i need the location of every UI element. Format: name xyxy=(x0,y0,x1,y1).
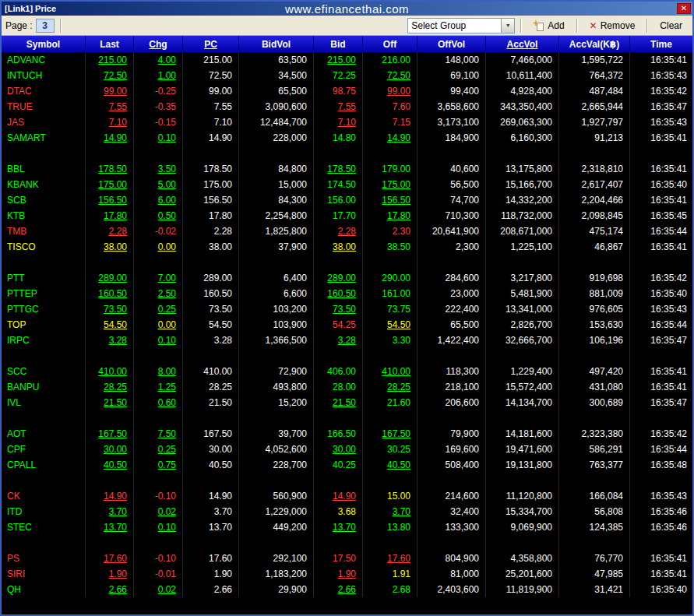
table-row[interactable]: PTTGC73.500.2573.50103,20073.5073.75222,… xyxy=(2,301,692,317)
table-row[interactable]: ITD3.700.023.701,229,0003.683.7032,40015… xyxy=(2,504,692,519)
last-cell: 167.50 xyxy=(86,426,134,442)
last-cell: 289.00 xyxy=(86,270,134,286)
chevron-down-icon[interactable]: ▼ xyxy=(501,19,514,33)
table-row[interactable]: ADVANC215.004.00215.0063,500215.00216.00… xyxy=(2,52,692,68)
bidvol-cell: 34,500 xyxy=(239,68,314,83)
pc-cell: 28.25 xyxy=(183,379,239,395)
remove-button[interactable]: ✕ Remove xyxy=(583,18,642,33)
table-row[interactable]: CPF30.000.2530.004,052,60030.0030.25169,… xyxy=(2,442,692,457)
chg-cell: 0.25 xyxy=(134,442,183,457)
group-select[interactable]: Select Group ▼ xyxy=(407,18,515,33)
chg-cell: -0.10 xyxy=(134,488,183,504)
empty-cell xyxy=(239,146,314,161)
offvol-cell: 804,900 xyxy=(417,551,486,566)
table-row[interactable]: CK14.90-0.1014.90560,90014.9015.00214,60… xyxy=(2,488,692,504)
symbol-cell: PTTGC xyxy=(2,301,86,317)
bid-cell: 54.25 xyxy=(314,317,363,333)
table-row[interactable]: PTTEP160.502.50160.506,600160.50161.0023… xyxy=(2,286,692,301)
accvol-cell: 15,572,400 xyxy=(486,379,559,395)
chg-cell: 8.00 xyxy=(134,364,183,379)
column-header-offvol[interactable]: OffVol xyxy=(417,36,486,52)
last-cell: 30.00 xyxy=(86,442,134,457)
pc-cell: 178.50 xyxy=(183,161,239,177)
symbol-cell: PS xyxy=(2,551,86,566)
offvol-cell: 206,600 xyxy=(417,395,486,410)
table-row[interactable]: TMB2.28-0.022.281,825,8002.282.3020,641,… xyxy=(2,224,692,239)
time-cell: 16:35:43 xyxy=(630,301,692,317)
time-cell: 16:35:45 xyxy=(630,208,692,224)
table-row[interactable]: TRUE7.55-0.357.553,090,6007.557.603,658,… xyxy=(2,99,692,114)
table-row[interactable]: INTUCH72.501.0072.5034,50072.2572.5069,1… xyxy=(2,68,692,83)
offvol-cell: 23,000 xyxy=(417,286,486,301)
table-row[interactable]: IVL21.500.6021.5015,20021.5021.60206,600… xyxy=(2,395,692,410)
column-header-accvalk[interactable]: AccVal(K฿) xyxy=(559,36,630,52)
add-button[interactable]: + Add xyxy=(527,18,570,33)
empty-cell xyxy=(2,348,86,364)
bidvol-cell: 15,000 xyxy=(239,177,314,192)
pc-cell: 38.00 xyxy=(183,239,239,255)
table-row[interactable]: SIRI1.90-0.011.901,183,2001.901.9181,000… xyxy=(2,566,692,582)
table-row[interactable]: KTB17.800.5017.802,254,80017.7017.80710,… xyxy=(2,208,692,224)
table-row[interactable]: TISCO38.000.0038.0037,90038.0038.502,300… xyxy=(2,239,692,255)
title-bar[interactable]: [Link1] Price www.efinancethai.com ✕ xyxy=(2,2,692,16)
symbol-cell: SIRI xyxy=(2,566,86,582)
column-header-symbol[interactable]: Symbol xyxy=(2,36,86,52)
empty-cell xyxy=(239,535,314,551)
column-header-bid[interactable]: Bid xyxy=(314,36,363,52)
pc-cell: 1.90 xyxy=(183,566,239,582)
table-row[interactable]: STEC13.700.1013.70449,20013.7013.80133,3… xyxy=(2,519,692,535)
offvol-cell: 2,403,600 xyxy=(417,582,486,597)
accval-cell: 1,927,797 xyxy=(559,114,630,130)
pc-cell: 410.00 xyxy=(183,364,239,379)
table-row[interactable]: IRPC3.280.103.281,366,5003.283.301,422,4… xyxy=(2,333,692,348)
accvol-cell: 15,166,700 xyxy=(486,177,559,192)
symbol-cell: TISCO xyxy=(2,239,86,255)
column-header-chg[interactable]: Chg xyxy=(134,36,183,52)
table-row[interactable]: QH2.660.022.6629,9002.662.682,403,60011,… xyxy=(2,582,692,597)
page-input[interactable] xyxy=(36,19,55,33)
table-row[interactable]: SCC410.008.00410.0072,900406.00410.00118… xyxy=(2,364,692,379)
chg-cell: 7.50 xyxy=(134,426,183,442)
column-header-time[interactable]: Time xyxy=(630,36,692,52)
accval-cell: 976,605 xyxy=(559,301,630,317)
column-header-off[interactable]: Off xyxy=(363,36,417,52)
accval-cell: 1,595,722 xyxy=(559,52,630,68)
table-row[interactable]: TOP54.500.0054.50103,90054.2554.5065,500… xyxy=(2,317,692,333)
empty-cell xyxy=(134,348,183,364)
table-row[interactable]: AOT167.507.50167.5039,700166.50167.5079,… xyxy=(2,426,692,442)
off-cell: 175.00 xyxy=(363,177,417,192)
column-header-pc[interactable]: PC xyxy=(183,36,239,52)
table-row[interactable]: SCB156.506.00156.5084,300156.00156.5074,… xyxy=(2,192,692,208)
table-row[interactable]: BBL178.503.50178.5084,800178.50179.0040,… xyxy=(2,161,692,177)
clear-button[interactable]: Clear xyxy=(653,18,689,33)
offvol-cell: 3,658,600 xyxy=(417,99,486,114)
offvol-cell: 2,300 xyxy=(417,239,486,255)
table-row[interactable]: DTAC99.00-0.2599.0065,50098.7599.0099,40… xyxy=(2,83,692,99)
table-row[interactable]: PTT289.007.00289.006,400289.00290.00284,… xyxy=(2,270,692,286)
table-row[interactable]: BANPU28.251.2528.25493,80028.0028.25218,… xyxy=(2,379,692,395)
offvol-cell: 1,422,400 xyxy=(417,333,486,348)
accvol-cell: 2,826,700 xyxy=(486,317,559,333)
accvol-cell: 11,819,900 xyxy=(486,582,559,597)
accval-cell: 764,372 xyxy=(559,68,630,83)
column-header-accvol[interactable]: AccVol xyxy=(486,36,559,52)
empty-cell xyxy=(486,410,559,426)
table-row[interactable]: PS17.60-0.1017.60292,10017.5017.60804,90… xyxy=(2,551,692,566)
time-cell: 16:35:43 xyxy=(630,488,692,504)
chg-cell: 0.10 xyxy=(134,519,183,535)
table-row[interactable]: JAS7.10-0.157.1012,484,7007.107.153,173,… xyxy=(2,114,692,130)
table-row[interactable]: SAMART14.900.1014.90228,00014.8014.90184… xyxy=(2,130,692,146)
pc-cell: 7.55 xyxy=(183,99,239,114)
spacer-row xyxy=(2,473,692,488)
pc-cell: 289.00 xyxy=(183,270,239,286)
table-row[interactable]: KBANK175.005.00175.0015,000174.50175.005… xyxy=(2,177,692,192)
column-header-last[interactable]: Last xyxy=(86,36,134,52)
accvol-cell: 269,063,300 xyxy=(486,114,559,130)
accval-cell: 475,174 xyxy=(559,224,630,239)
spacer-row xyxy=(2,146,692,161)
table-row[interactable]: CPALL40.500.7540.50228,70040.2540.50508,… xyxy=(2,457,692,473)
close-icon[interactable]: ✕ xyxy=(677,3,691,14)
column-header-bidvol[interactable]: BidVol xyxy=(239,36,314,52)
bidvol-cell: 228,000 xyxy=(239,130,314,146)
group-select-value: Select Group xyxy=(408,19,501,33)
